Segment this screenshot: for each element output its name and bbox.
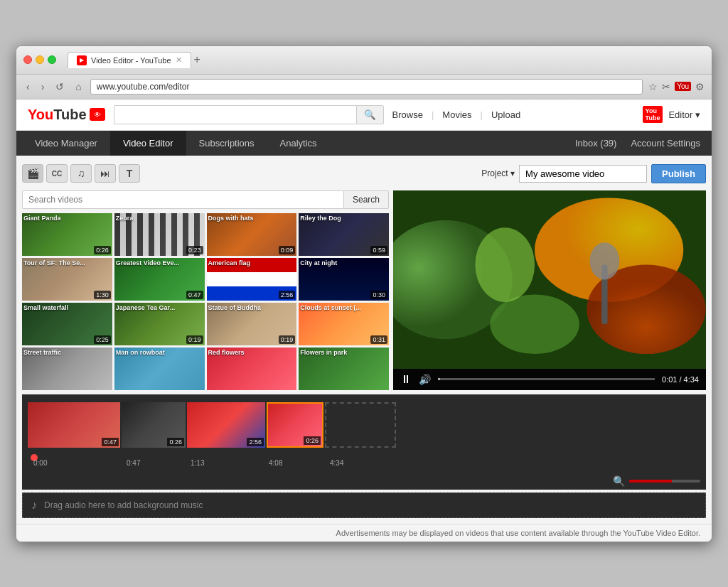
yt-search-bar: 🔍 — [114, 105, 384, 124]
list-item[interactable]: Man on rowboat — [114, 348, 205, 390]
address-bar: ‹ › ↺ ⌂ ☆ ✂ You ⚙ — [16, 75, 712, 99]
tab-bar: ▶ Video Editor - YouTube ✕ + — [68, 52, 705, 68]
tab-title: Video Editor - YouTube — [91, 56, 171, 65]
list-item[interactable]: Red flowers — [207, 348, 297, 390]
project-name-input[interactable] — [519, 165, 647, 183]
nav-movies[interactable]: Movies — [442, 109, 471, 120]
yt-user-logo: YouTube — [643, 106, 663, 123]
list-item[interactable]: Japanese Tea Gar... 0:19 — [114, 303, 205, 345]
list-item[interactable]: Giant Panda 0:26 — [22, 213, 112, 256]
list-item[interactable]: Flowers in park — [299, 348, 389, 390]
minimize-button[interactable] — [36, 55, 44, 64]
back-button[interactable]: ‹ — [23, 80, 33, 94]
yt-logo: YouTube 👁 — [28, 107, 105, 123]
list-item[interactable]: American flag 2:56 — [207, 258, 297, 301]
timeline-marker: 0:00 — [33, 459, 47, 467]
timeline-clip[interactable]: 0:26 — [122, 402, 186, 448]
project-area: Project ▾ Publish — [481, 164, 706, 183]
bookmark-icon[interactable]: ☆ — [648, 81, 658, 92]
zoom-icon: 🔍 — [613, 475, 625, 487]
search-videos-button[interactable]: Search — [344, 190, 389, 209]
yt-nav-links: Browse | Movies | Upload — [392, 109, 521, 120]
nav-upload[interactable]: Upload — [491, 109, 520, 120]
transition-tool-button[interactable]: ⏭ — [95, 164, 116, 183]
yt-nav-right: Inbox (39) Account Settings — [575, 138, 706, 149]
preview-progress-bar[interactable] — [438, 378, 655, 380]
tab-analytics[interactable]: Analytics — [267, 131, 330, 156]
text-tool-button[interactable]: T — [119, 164, 140, 183]
editor-main: Search Giant Panda 0:26 Zebra 0:23 — [22, 190, 706, 390]
yt-header: YouTube 👁 🔍 Browse | Movies | Upload You… — [16, 99, 712, 131]
play-button[interactable]: ⏸ — [400, 373, 412, 386]
list-item[interactable]: Small waterfall 0:25 — [22, 303, 112, 345]
list-item[interactable]: Greatest Video Eve... 0:47 — [114, 258, 205, 301]
list-item[interactable]: Tour of SF: The Se... 1:30 — [22, 258, 112, 301]
list-item[interactable]: Statue of Buddha 0:19 — [207, 303, 297, 345]
tab-video-manager[interactable]: Video Manager — [22, 131, 110, 156]
svg-point-5 — [475, 227, 535, 302]
browser-tab[interactable]: ▶ Video Editor - YouTube ✕ — [68, 52, 191, 68]
settings-icon[interactable]: ⚙ — [695, 81, 705, 92]
tab-video-editor[interactable]: Video Editor — [110, 131, 186, 156]
timeline-clip[interactable]: 0:47 — [28, 402, 120, 448]
svg-point-4 — [490, 294, 579, 354]
nav-browse[interactable]: Browse — [392, 109, 423, 120]
list-item[interactable]: City at night 0:30 — [299, 258, 389, 301]
list-item[interactable]: Zebra 0:23 — [114, 213, 205, 256]
timeline-clip[interactable]: 2:56 — [187, 402, 265, 448]
video-tool-button[interactable]: 🎬 — [22, 164, 43, 183]
timeline-panel: 0:47 0:26 2:56 0:26 0:00 0:47 1:13 4 — [22, 394, 706, 473]
address-input[interactable] — [90, 79, 643, 95]
editor-toolbar: 🎬 CC ♫ ⏭ T Project ▾ Publish — [22, 161, 706, 186]
maximize-button[interactable] — [48, 55, 56, 64]
volume-button[interactable]: 🔊 — [419, 374, 431, 385]
timeline-marker: 4:08 — [269, 459, 282, 467]
nav-account-settings[interactable]: Account Settings — [631, 138, 700, 149]
timeline-marker: 1:13 — [191, 459, 204, 467]
yt-logo-symbol: 👁 — [94, 111, 101, 119]
audio-tool-button[interactable]: ♫ — [70, 164, 92, 183]
yt-footer: Advertisements may be displayed on video… — [16, 524, 712, 542]
tab-close-icon[interactable]: ✕ — [176, 55, 182, 65]
nav-inbox[interactable]: Inbox (39) — [575, 138, 617, 149]
forward-button[interactable]: › — [38, 80, 48, 94]
yt-nav: Video Manager Video Editor Subscriptions… — [16, 131, 712, 156]
close-button[interactable] — [23, 55, 32, 64]
preview-progress-fill — [438, 378, 440, 380]
timeline-drop-zone[interactable] — [325, 402, 396, 448]
address-icons: ☆ ✂ You ⚙ — [648, 81, 705, 92]
cc-tool-button[interactable]: CC — [46, 164, 68, 183]
publish-button[interactable]: Publish — [651, 164, 706, 183]
editor-label[interactable]: Editor ▾ — [668, 109, 700, 120]
scissors-icon[interactable]: ✂ — [662, 81, 670, 92]
yt-icon: You — [675, 82, 691, 91]
yt-search-button[interactable]: 🔍 — [356, 105, 384, 124]
yt-user-area: YouTube Editor ▾ — [643, 106, 700, 123]
video-preview-panel: ⏸ 🔊 0:01 / 4:34 — [393, 190, 706, 390]
preview-video-area — [393, 190, 706, 369]
preview-time: 0:01 / 4:34 — [662, 375, 699, 384]
yt-logo-text: YouTube — [28, 107, 87, 123]
yt-search-input[interactable] — [114, 105, 356, 124]
tab-subscriptions[interactable]: Subscriptions — [186, 131, 267, 156]
tab-favicon: ▶ — [77, 55, 87, 65]
refresh-button[interactable]: ↺ — [53, 80, 67, 94]
list-item[interactable]: Street traffic — [22, 348, 112, 390]
list-item[interactable]: Dogs with hats 0:09 — [207, 213, 297, 256]
editor-area: 🎬 CC ♫ ⏭ T Project ▾ Publish Search — [16, 156, 712, 524]
search-bar-row: Search — [22, 190, 389, 209]
timeline-clips: 0:47 0:26 2:56 0:26 — [28, 400, 700, 450]
audio-icon: ♪ — [31, 499, 37, 512]
project-label[interactable]: Project ▾ — [481, 168, 515, 178]
zoom-slider[interactable] — [629, 480, 700, 483]
new-tab-button[interactable]: + — [194, 53, 200, 66]
list-item[interactable]: Riley the Dog 0:59 — [299, 213, 389, 256]
title-bar: ▶ Video Editor - YouTube ✕ + — [16, 46, 712, 75]
search-videos-input[interactable] — [22, 190, 344, 209]
timeline-clip[interactable]: 0:26 — [267, 402, 323, 448]
timeline-ruler: 0:00 0:47 1:13 4:08 4:34 — [31, 453, 700, 467]
list-item[interactable]: Clouds at sunset (... 0:31 — [299, 303, 389, 345]
audio-track-panel[interactable]: ♪ Drag audio here to add background musi… — [22, 492, 706, 518]
browser-window: ▶ Video Editor - YouTube ✕ + ‹ › ↺ ⌂ ☆ ✂… — [16, 45, 712, 542]
home-button[interactable]: ⌂ — [73, 80, 84, 94]
